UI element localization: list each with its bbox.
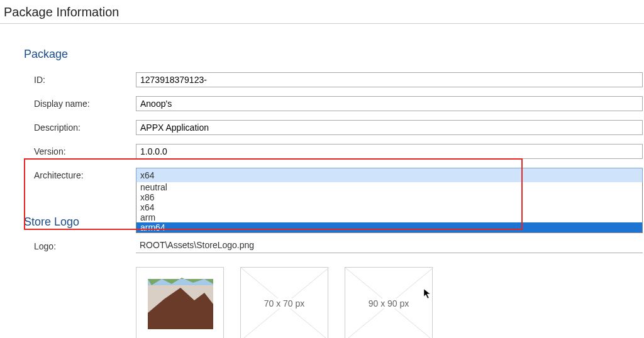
thumb-70x70-label: 70 x 70 px	[262, 298, 308, 308]
label-version: Version:	[34, 146, 136, 156]
label-id: ID:	[34, 75, 136, 85]
section-header-package: Package	[24, 48, 644, 61]
row-logo: Logo: ROOT\Assets\StoreLogo.png	[24, 240, 644, 253]
store-logo-image	[136, 268, 225, 338]
thumb-50x50[interactable]	[136, 267, 224, 338]
architecture-select[interactable]: x64 neutral x86 x64 arm arm64	[136, 168, 643, 183]
page-title: Package Information	[0, 0, 644, 24]
input-description[interactable]	[136, 120, 643, 135]
row-id: ID:	[24, 72, 644, 87]
svg-marker-8	[424, 289, 430, 298]
input-display-name[interactable]	[136, 96, 643, 111]
label-logo: Logo:	[34, 240, 136, 251]
label-architecture: Architecture:	[34, 170, 136, 180]
row-version: Version:	[24, 144, 644, 159]
thumb-70x70[interactable]: 70 x 70 px	[240, 267, 328, 338]
architecture-selected-value[interactable]: x64	[136, 168, 643, 183]
label-description: Description:	[34, 123, 136, 133]
arch-option-x64[interactable]: x64	[136, 202, 642, 212]
arch-option-neutral[interactable]: neutral	[136, 182, 642, 192]
row-description: Description:	[24, 120, 644, 135]
cursor-icon	[424, 289, 434, 299]
arch-option-arm[interactable]: arm	[136, 212, 642, 222]
input-version[interactable]	[136, 144, 643, 159]
row-architecture: Architecture: x64 neutral x86 x64 arm ar…	[24, 168, 644, 183]
thumb-90x90-label: 90 x 90 px	[366, 298, 412, 308]
arch-option-x86[interactable]: x86	[136, 192, 642, 202]
row-display-name: Display name:	[24, 96, 644, 111]
content-area: Package ID: Display name: Description: V…	[0, 24, 644, 338]
logo-thumbnails: 70 x 70 px 90 x 90 px	[24, 267, 644, 338]
logo-path[interactable]: ROOT\Assets\StoreLogo.png	[136, 240, 643, 253]
label-display-name: Display name:	[34, 99, 136, 109]
architecture-dropdown[interactable]: neutral x86 x64 arm arm64	[136, 182, 643, 233]
thumb-90x90[interactable]: 90 x 90 px	[345, 267, 433, 338]
arch-option-arm64[interactable]: arm64	[136, 222, 642, 232]
input-id[interactable]	[136, 72, 643, 87]
